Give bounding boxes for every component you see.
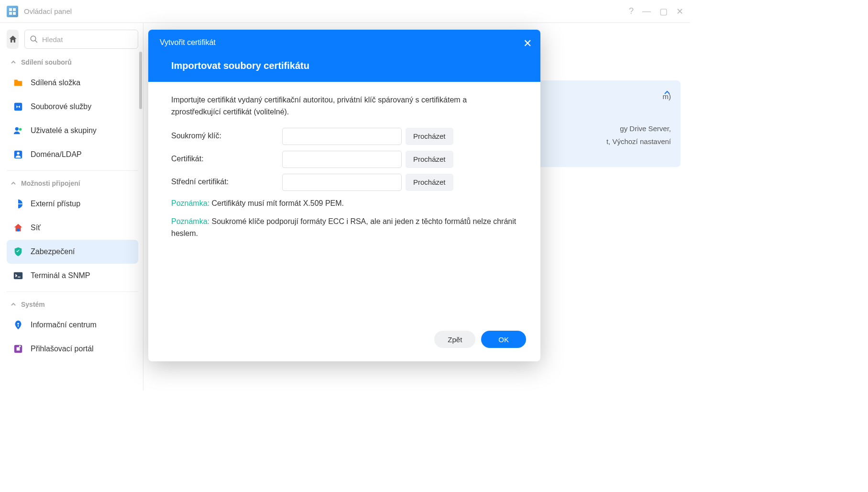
info-icon	[12, 319, 24, 331]
label-intermediate: Střední certifikát:	[171, 176, 282, 188]
label-private-key: Soukromý klíč:	[171, 130, 282, 142]
svg-line-5	[35, 40, 37, 43]
note-1: Poznámka: Certifikáty musí mít formát X.…	[171, 198, 517, 210]
svg-point-10	[17, 152, 20, 155]
sidebar-item-external-access[interactable]: Externí přístup	[7, 192, 138, 216]
maximize-icon[interactable]: ▢	[659, 6, 668, 17]
help-icon[interactable]: ?	[629, 6, 634, 17]
sidebar-item-label: Přihlašovací portál	[31, 345, 94, 353]
create-certificate-modal: Vytvořit certifikát ✕ Importovat soubory…	[148, 30, 540, 361]
home-icon	[8, 34, 18, 44]
modal-body: Importujte certifikát vydaný certifikačn…	[148, 82, 540, 323]
search-icon	[30, 35, 38, 44]
sidebar-item-login-portal[interactable]: Přihlašovací portál	[7, 337, 138, 361]
browse-private-key[interactable]: Procházet	[406, 128, 453, 145]
svg-rect-1	[13, 8, 16, 11]
input-private-key[interactable]	[282, 128, 402, 145]
section-label: Sdílení souborů	[21, 58, 72, 66]
sidebar-item-file-services[interactable]: Souborové služby	[7, 95, 138, 119]
window-title: Ovládací panel	[24, 7, 629, 15]
ldap-icon	[12, 149, 24, 160]
sidebar-item-label: Informační centrum	[31, 321, 97, 329]
minimize-icon[interactable]: —	[642, 6, 651, 17]
modal-intro: Importujte certifikát vydaný certifikačn…	[171, 94, 517, 118]
ok-button[interactable]: OK	[481, 331, 526, 348]
sidebar-item-label: Uživatelé a skupiny	[31, 126, 97, 135]
sidebar-item-terminal[interactable]: Terminál a SNMP	[7, 264, 138, 288]
browse-intermediate[interactable]: Procházet	[406, 174, 453, 191]
users-icon	[12, 125, 24, 136]
note-text: Soukromé klíče podporují formáty ECC i R…	[171, 217, 516, 237]
svg-rect-3	[13, 12, 16, 15]
section-file-sharing[interactable]: Sdílení souborů	[7, 54, 138, 71]
sidebar-item-label: Souborové služby	[31, 102, 91, 111]
browse-certificate[interactable]: Procházet	[406, 151, 453, 168]
portal-icon	[12, 343, 24, 355]
chevron-up-icon	[11, 302, 16, 307]
sidebar-item-users-groups[interactable]: Uživatelé a skupiny	[7, 119, 138, 143]
sidebar: Sdílení souborů Sdílená složka Souborové…	[0, 23, 143, 391]
modal-title: Vytvořit certifikát	[160, 38, 529, 47]
sidebar-item-label: Sdílená složka	[31, 78, 80, 87]
svg-rect-15	[18, 325, 19, 327]
modal-footer: Zpět OK	[148, 323, 540, 361]
label-certificate: Certifikát:	[171, 153, 282, 165]
sidebar-item-domain-ldap[interactable]: Doména/LDAP	[7, 143, 138, 167]
modal-subtitle: Importovat soubory certifikátu	[171, 60, 529, 71]
home-button[interactable]	[7, 30, 19, 49]
sidebar-item-label: Zabezpečení	[31, 247, 75, 256]
row-private-key: Soukromý klíč: Procházet	[171, 128, 517, 145]
input-intermediate[interactable]	[282, 174, 402, 191]
svg-point-4	[31, 36, 36, 41]
titlebar: Ovládací panel ? — ▢ ✕	[0, 0, 690, 23]
terminal-icon	[12, 270, 24, 281]
svg-rect-0	[9, 8, 12, 11]
sidebar-item-label: Síť	[31, 224, 41, 232]
chevron-up-icon[interactable]	[663, 89, 671, 99]
note-2: Poznámka: Soukromé klíče podporují formá…	[171, 216, 517, 240]
chevron-up-icon	[11, 59, 16, 65]
sidebar-item-label: Terminál a SNMP	[31, 271, 90, 280]
svg-point-8	[19, 128, 22, 131]
section-connectivity[interactable]: Možnosti připojení	[7, 175, 138, 192]
modal-header: Vytvořit certifikát ✕ Importovat soubory…	[148, 30, 540, 82]
folder-icon	[12, 77, 24, 89]
sidebar-item-label: Externí přístup	[31, 200, 80, 208]
sidebar-item-shared-folder[interactable]: Sdílená složka	[7, 71, 138, 95]
row-certificate: Certifikát: Procházet	[171, 151, 517, 168]
network-icon	[12, 222, 24, 234]
shield-icon	[12, 246, 24, 257]
input-certificate[interactable]	[282, 151, 402, 168]
section-system[interactable]: Systém	[7, 296, 138, 313]
chevron-up-icon	[11, 180, 16, 186]
svg-rect-13	[14, 272, 22, 280]
sidebar-item-label: Doména/LDAP	[31, 150, 82, 159]
section-label: Systém	[21, 301, 45, 308]
sidebar-item-info-center[interactable]: Informační centrum	[7, 313, 138, 337]
note-label: Poznámka:	[171, 199, 209, 207]
scrollbar[interactable]	[139, 52, 142, 109]
svg-point-14	[17, 323, 19, 324]
modal-close-button[interactable]: ✕	[523, 37, 532, 50]
sidebar-item-network[interactable]: Síť	[7, 216, 138, 240]
note-text: Certifikáty musí mít formát X.509 PEM.	[209, 199, 344, 207]
search-box[interactable]	[24, 30, 138, 49]
sidebar-item-security[interactable]: Zabezpečení	[7, 240, 138, 264]
close-icon[interactable]: ✕	[676, 6, 683, 17]
globe-icon	[12, 198, 24, 210]
app-icon	[7, 6, 18, 17]
file-services-icon	[12, 101, 24, 112]
svg-rect-2	[9, 12, 12, 15]
search-input[interactable]	[42, 35, 133, 44]
svg-rect-12	[17, 229, 20, 232]
svg-point-7	[15, 127, 19, 131]
note-label: Poznámka:	[171, 217, 209, 225]
back-button[interactable]: Zpět	[434, 331, 475, 348]
row-intermediate: Střední certifikát: Procházet	[171, 174, 517, 191]
section-label: Možnosti připojení	[21, 179, 80, 187]
